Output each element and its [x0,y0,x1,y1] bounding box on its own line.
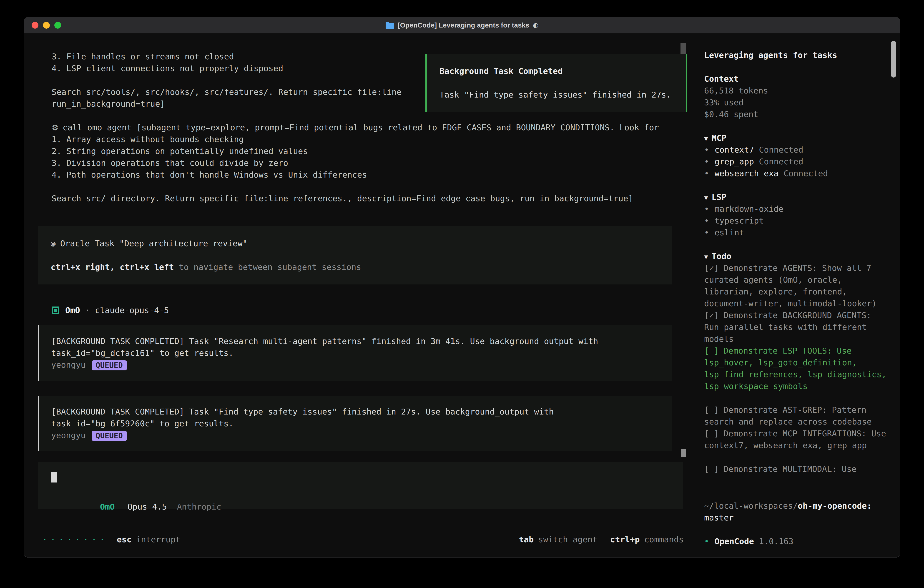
mcp-item: •grep_appConnected [704,156,889,168]
window-titlebar[interactable]: [OpenCode] Leveraging agents for tasks ◐ [24,17,900,33]
todo-item: [✓]Demonstrate BACKGROUND AGENTS: Run pa… [704,309,889,345]
minimize-button[interactable] [43,22,50,29]
context-heading: Context [704,73,889,85]
conversation-scrollbar-thumb[interactable] [681,449,686,457]
tool-call-item: 1. Array access without bounds checking [52,134,686,145]
gear-icon: ⚙ [52,123,58,132]
bullet-icon: • [704,157,709,166]
record-icon: ◉ [51,239,56,248]
status-badge: QUEUED [92,431,127,441]
tool-call-item: 3. Division operations that could divide… [52,157,686,169]
mcp-section-heading[interactable]: ▼MCP [704,132,889,144]
zoom-button[interactable] [54,22,61,29]
text-cursor [51,472,57,482]
sidebar: Leveraging agents for tasks Context 66,5… [695,33,900,558]
tool-call-item: 2. String operations on potentially unde… [52,145,686,157]
bullet-icon: • [704,145,709,154]
lsp-item: •eslint [704,227,889,238]
chevron-down-icon: ▼ [704,194,708,202]
app-name: OpenCode [714,537,754,546]
background-task-message: [BACKGROUND TASK COMPLETED] Task "Resear… [38,325,672,381]
tool-call-item: 4. Path operations that don't handle Win… [52,169,686,181]
checkbox-empty-icon: [ ] [704,429,719,438]
checkbox-empty-icon: [ ] [704,464,719,474]
esc-key-label: interrupt [136,533,180,545]
hint-keys: ctrl+x right, ctrl+x left [51,263,174,272]
message-author: yeongyu [51,360,86,370]
background-task-notification: Background Task Completed Task "Find typ… [426,54,687,112]
message-line: task_id="bg_dcfac161" to get results. [51,347,672,359]
spinner-dots: ········ [42,533,108,545]
agent-header: OmO·claude-opus-4-5 [52,304,686,316]
message-meta: yeongyuQUEUED [51,429,672,441]
ctrlp-key-label: commands [644,533,684,545]
esc-key-hint: esc [117,533,132,545]
lsp-item: •markdown-oxide [704,203,889,215]
hint-text: to navigate between subagent sessions [174,263,361,272]
prompt-input[interactable]: OmOOpus 4.5Anthropic [38,462,683,509]
input-model-name: Opus 4.5 [127,502,167,511]
todo-item: [ ]Demonstrate MULTIMODAL: Use [704,463,889,475]
half-circle-icon: ◐ [533,21,538,29]
input-footer: OmOOpus 4.5Anthropic [51,489,683,501]
bullet-icon: • [704,228,709,237]
workspace-path: ~/local-workspaces/oh-my-opencode: [704,500,889,512]
context-spent: $0.46 spent [704,109,889,120]
bullet-icon: • [704,216,709,225]
status-badge: QUEUED [92,360,127,370]
todo-item-active: [ ]Demonstrate LSP TOOLS: Use lsp_hover,… [704,345,889,392]
message-line: [BACKGROUND TASK COMPLETED] Task "Find t… [51,406,672,418]
app-version: 1.0.163 [759,537,794,546]
checkbox-empty-icon: [ ] [704,346,719,355]
traffic-lights [31,17,61,33]
ctrlp-key-hint: ctrl+p [610,533,640,545]
bullet-icon: • [704,169,709,178]
agent-name: OmO [65,304,80,316]
oracle-title-line: ◉Oracle Task "Deep architecture review" [51,238,672,249]
context-tokens: 66,518 tokens [704,85,889,97]
folder-icon [386,22,394,29]
mcp-item: •context7Connected [704,144,889,156]
tool-call-footer: Search src/ directory. Return specific f… [52,193,686,205]
todo-item: [✓]Demonstrate AGENTS: Show all 7 curate… [704,262,889,309]
terminal-window: [OpenCode] Leveraging agents for tasks ◐… [24,17,900,558]
tool-call-header: call_omo_agent [subagent_type=explore, p… [63,123,659,132]
checkbox-checked-icon: [✓] [704,311,719,320]
oracle-title: Oracle Task "Deep architecture review" [60,239,248,248]
context-used: 33% used [704,97,889,109]
separator-dot: · [85,304,90,316]
agent-icon [52,307,59,314]
chevron-down-icon: ▼ [704,253,708,261]
session-title: Leveraging agents for tasks [704,50,889,61]
todo-item: [ ]Demonstrate MCP INTEGRATIONS: Use con… [704,428,889,451]
oracle-task-box: ◉Oracle Task "Deep architecture review" … [38,226,672,284]
checkbox-checked-icon: [✓] [704,263,719,273]
close-button[interactable] [31,22,38,29]
lsp-section-heading[interactable]: ▼LSP [704,191,889,203]
oracle-hint-line: ctrl+x right, ctrl+x left to navigate be… [51,261,672,273]
bullet-icon: • [704,204,709,213]
workspace-branch: master [704,512,889,524]
notification-body: Task "Find type safety issues" finished … [439,89,686,101]
input-agent-name: OmO [100,502,115,511]
tool-call-line: ⚙call_omo_agent [subagent_type=explore, … [52,122,686,134]
window-title: [OpenCode] Leveraging agents for tasks ◐ [386,21,539,29]
input-line[interactable] [51,471,683,483]
lsp-item: •typescript [704,215,889,227]
version-row: •OpenCode1.0.163 [704,535,889,547]
agent-model: claude-opus-4-5 [95,304,169,316]
message-meta: yeongyuQUEUED [51,359,672,371]
tab-key-hint: tab [519,533,534,545]
notification-title: Background Task Completed [439,65,686,77]
background-task-message: [BACKGROUND TASK COMPLETED] Task "Find t… [38,396,672,451]
terminal-main-pane: Background Task Completed Task "Find typ… [24,33,695,558]
sidebar-scrollbar-thumb[interactable] [891,41,896,78]
message-line: task_id="bg_6f59260c" to get results. [51,418,672,429]
todo-section-heading[interactable]: ▼Todo [704,250,889,262]
todo-item: [ ]Demonstrate AST-GREP: Pattern search … [704,404,889,428]
chevron-down-icon: ▼ [704,135,708,142]
mcp-item: •websearch_exaConnected [704,168,889,179]
input-provider-name: Anthropic [177,502,221,511]
message-author: yeongyu [51,431,86,440]
bullet-icon: • [704,537,709,546]
